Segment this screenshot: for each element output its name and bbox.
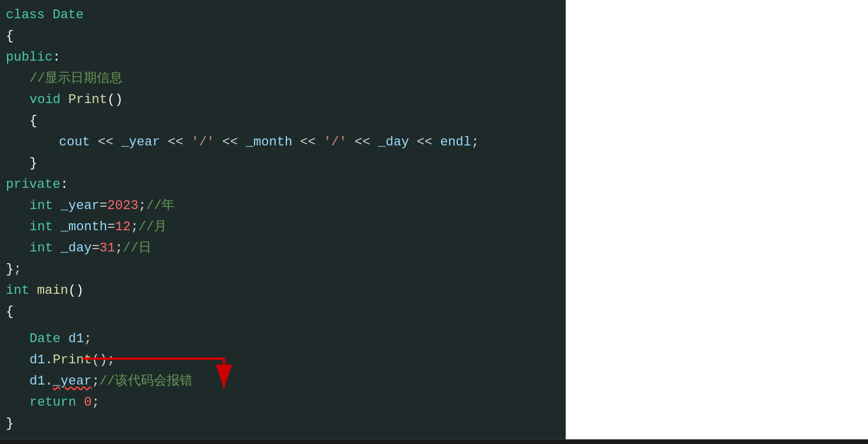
keyword-void: void — [29, 90, 61, 111]
code-line-13: }; — [0, 259, 566, 280]
error-bar: "Date::_year"：无法访问 private 成员(在"Date"类中声… — [0, 439, 868, 444]
keyword-int-2: int — [29, 217, 53, 238]
code-line-20: return 0; — [0, 392, 566, 413]
keyword-int-1: int — [29, 196, 53, 217]
code-line-5: void Print() — [0, 90, 566, 111]
keyword-int-3: int — [29, 238, 53, 259]
code-line-16 — [0, 323, 566, 329]
comment-day: //日 — [123, 238, 151, 259]
slash-1: '/' — [191, 132, 214, 153]
code-panel: class Date { public: //显示日期信息 void Print… — [0, 0, 566, 439]
var-month-decl: _month — [61, 217, 107, 238]
code-line-17: Date d1; — [0, 329, 566, 350]
code-line-10: int _year=2023;//年 — [0, 196, 566, 217]
code-line-6: { — [0, 111, 566, 132]
var-year-1: _year — [121, 132, 160, 153]
comment-1: //显示日期信息 — [29, 68, 123, 90]
func-print: Print — [68, 90, 107, 111]
editor-area: class Date { public: //显示日期信息 void Print… — [0, 0, 868, 439]
comment-error: //该代码会报错 — [100, 371, 193, 392]
endl-keyword: endl — [440, 132, 471, 153]
var-year-decl: _year — [61, 196, 100, 217]
brace-open-main: { — [6, 301, 14, 323]
code-line-14: int main() — [0, 280, 566, 301]
comment-year: //年 — [146, 196, 174, 217]
code-line-11: int _month=12;//月 — [0, 217, 566, 238]
func-main: main — [37, 280, 68, 301]
keyword-private: private — [6, 174, 60, 196]
number-zero: 0 — [84, 392, 91, 413]
brace-open: { — [6, 26, 14, 47]
code-line-9: private: — [0, 174, 566, 196]
keyword-int-main: int — [6, 280, 29, 301]
keyword-public: public — [6, 47, 52, 68]
var-month-1: _month — [246, 132, 292, 153]
number-2023: 2023 — [107, 196, 138, 217]
class-name-date: Date — [52, 5, 84, 26]
brace-close-main: } — [6, 413, 14, 435]
number-12: 12 — [115, 217, 130, 238]
code-line-12: int _day=31;//日 — [0, 238, 566, 259]
code-line-2: { — [0, 26, 566, 47]
code-line-18: d1.Print(); — [0, 350, 566, 371]
brace-close-class: } — [6, 259, 14, 280]
keyword-return: return — [29, 392, 76, 413]
code-line-8: } — [0, 153, 566, 174]
brace-close-1: } — [29, 153, 37, 174]
error-line-text: d1._year; — [29, 371, 100, 392]
var-d1-decl: d1 — [68, 329, 84, 350]
keyword-class: class — [6, 5, 45, 26]
comment-month: //月 — [138, 217, 167, 238]
var-day-1: _day — [378, 132, 409, 153]
call-print: Print — [53, 350, 92, 371]
code-line-3: public: — [0, 47, 566, 68]
code-line-15: { — [0, 301, 566, 323]
code-line-7: cout << _year << '/' << _month << '/' <<… — [0, 132, 566, 153]
var-d1-print: d1 — [29, 350, 45, 371]
type-date: Date — [29, 329, 61, 350]
slash-2: '/' — [324, 132, 347, 153]
error-year-access: _year — [53, 374, 92, 389]
code-line-1: class Date — [0, 5, 566, 26]
white-panel — [566, 0, 868, 439]
brace-open-2: { — [29, 111, 37, 132]
var-day-decl: _day — [61, 238, 92, 259]
cout-keyword: cout — [59, 132, 90, 153]
number-31: 31 — [100, 238, 115, 259]
code-line-4: //显示日期信息 — [0, 68, 566, 90]
code-line-19: d1._year;//该代码会报错 — [0, 371, 566, 392]
code-line-21: } — [0, 413, 566, 435]
